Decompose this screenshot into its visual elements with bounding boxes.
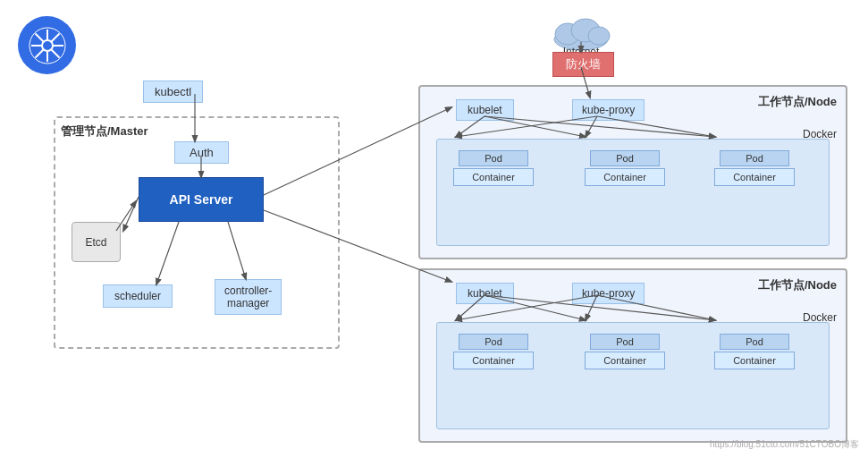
k8s-logo	[18, 16, 76, 74]
worker-node-2: 工作节点/Node kubelet kube-proxy Docker Pod …	[418, 268, 847, 443]
pod-unit-4: Pod Container	[453, 334, 534, 369]
api-server-label: API Server	[170, 192, 233, 207]
container-label-2: Container	[585, 168, 665, 186]
auth-label: Auth	[190, 146, 214, 159]
diagram-area: Internet 防火墙 kubectl 管理节点/Master Auth AP…	[0, 0, 868, 458]
auth-box: Auth	[174, 141, 229, 164]
pod-label-5: Pod	[590, 334, 660, 350]
pod-unit-2: Pod Container	[585, 150, 665, 186]
pod-unit-1: Pod Container	[453, 150, 534, 186]
master-label: 管理节点/Master	[61, 123, 148, 140]
pod-label-6: Pod	[720, 334, 789, 350]
kube-proxy-label-1: kube-proxy	[582, 104, 635, 116]
container-label-6: Container	[714, 352, 795, 369]
k8s-icon	[28, 26, 67, 65]
worker-node-1: 工作节点/Node kubelet kube-proxy Docker Pod …	[418, 85, 847, 259]
kubelet-label-1: kubelet	[468, 104, 502, 116]
kubectl-box: kubectl	[143, 81, 203, 103]
scheduler-label: scheduler	[114, 290, 161, 302]
svg-point-13	[588, 27, 610, 45]
firewall-label: 防火墙	[566, 57, 601, 71]
etcd-box: Etcd	[72, 222, 121, 262]
pod-label-2: Pod	[590, 150, 660, 166]
container-label-3: Container	[714, 168, 795, 186]
kubelet-box-1: kubelet	[456, 99, 514, 121]
scheduler-box: scheduler	[103, 284, 173, 308]
api-server-box: API Server	[139, 177, 264, 222]
container-label-5: Container	[585, 352, 665, 369]
controller-manager-box: controller-manager	[215, 279, 282, 315]
kube-proxy-box-2: kube-proxy	[572, 283, 645, 304]
etcd-label: Etcd	[85, 236, 106, 249]
pod-label-4: Pod	[459, 334, 528, 350]
worker-node-2-label: 工作节点/Node	[758, 277, 837, 293]
pods-area-2: Pod Container Pod Container Pod Containe…	[436, 322, 830, 429]
pod-label-3: Pod	[720, 150, 789, 166]
kubelet-box-2: kubelet	[456, 283, 514, 304]
watermark: https://blog.51cto.com/51CTOBO博客	[710, 438, 859, 451]
controller-manager-label: controller-manager	[224, 284, 272, 310]
worker-node-1-label: 工作节点/Node	[758, 94, 837, 110]
kubectl-label: kubectl	[155, 85, 191, 98]
kubelet-label-2: kubelet	[468, 287, 502, 300]
container-label-1: Container	[453, 168, 534, 186]
container-label-4: Container	[453, 352, 534, 369]
pod-unit-6: Pod Container	[714, 334, 795, 369]
pod-unit-5: Pod Container	[585, 334, 665, 369]
pods-area-1: Pod Container Pod Container Pod Containe…	[436, 139, 830, 246]
kube-proxy-box-1: kube-proxy	[572, 99, 645, 121]
pod-label-1: Pod	[459, 150, 528, 166]
firewall-box: 防火墙	[552, 52, 614, 77]
kube-proxy-label-2: kube-proxy	[582, 287, 635, 300]
pod-unit-3: Pod Container	[714, 150, 795, 186]
